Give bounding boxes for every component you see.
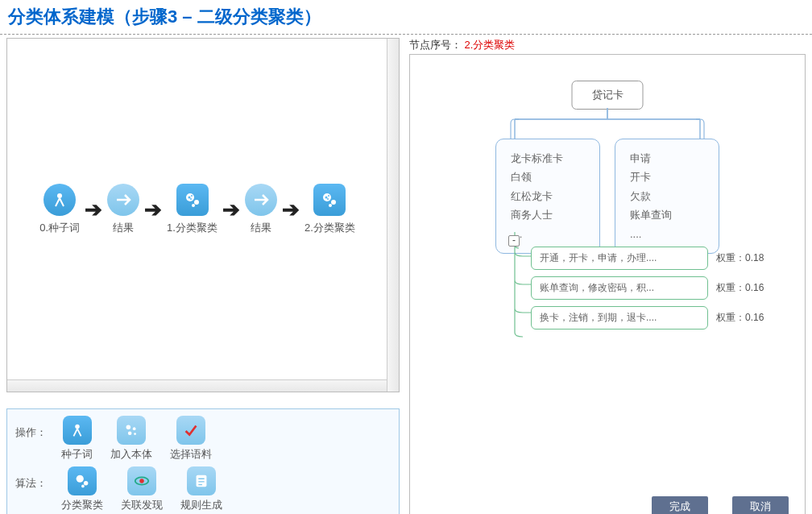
arrow-icon: ➔ <box>85 197 102 222</box>
page-title: 分类体系建模（步骤3 – 二级分类聚类） <box>0 0 812 35</box>
flow-label: 结果 <box>251 221 271 235</box>
svg-point-8 <box>331 200 336 205</box>
flow-step-result-1[interactable]: 结果 <box>107 184 139 235</box>
svg-point-3 <box>192 204 195 207</box>
flow-step-cluster-2[interactable]: 2.分类聚类 <box>304 184 355 235</box>
svg-point-0 <box>57 193 62 198</box>
svg-point-5 <box>191 195 193 197</box>
flow-canvas: 0.种子词 ➔ 结果 ➔ 1.分类聚类 ➔ <box>6 38 400 392</box>
flow-step-result-2[interactable]: 结果 <box>245 184 277 235</box>
action-panel: 操作： 种子词 加入本体 选择语料 算 <box>6 408 400 514</box>
cluster-box[interactable]: 开通，开卡，申请，办理.... <box>531 247 708 270</box>
alg-rules[interactable]: 规则生成 <box>180 466 222 512</box>
result-icon <box>107 184 139 216</box>
svg-point-18 <box>77 475 84 483</box>
check-icon <box>176 416 205 445</box>
svg-point-6 <box>190 198 192 200</box>
svg-point-16 <box>128 431 132 435</box>
seed-icon <box>44 184 76 216</box>
tree-canvas: 贷记卡 龙卡标准卡 白领 红松龙卡 商务人士 .... 申请 开卡 欠款 <box>409 54 806 514</box>
cluster-item: 开通，开卡，申请，办理.... 权重：0.18 <box>531 247 789 270</box>
svg-point-13 <box>75 425 80 429</box>
alg-cluster[interactable]: 分类聚类 <box>61 466 103 512</box>
svg-point-12 <box>327 198 329 200</box>
done-button[interactable]: 完成 <box>652 496 708 514</box>
result-icon <box>245 184 277 216</box>
op-select-corpus[interactable]: 选择语料 <box>170 416 212 462</box>
cluster-icon <box>176 184 209 216</box>
flow-label: 结果 <box>113 221 134 235</box>
action-label: 加入本体 <box>110 447 152 462</box>
alg-association[interactable]: 关联发现 <box>121 466 163 512</box>
svg-point-10 <box>325 197 328 199</box>
rules-icon <box>187 466 216 495</box>
arrow-icon: ➔ <box>282 197 300 222</box>
cluster-item: 换卡，注销，到期，退卡.... 权重：0.16 <box>531 306 789 330</box>
arrow-icon: ➔ <box>144 197 162 222</box>
svg-point-17 <box>134 433 136 435</box>
svg-point-4 <box>188 197 190 199</box>
action-label: 选择语料 <box>170 447 212 462</box>
cluster-box[interactable]: 账单查询，修改密码，积... <box>531 276 708 300</box>
eye-icon <box>127 466 156 495</box>
svg-point-19 <box>84 481 89 486</box>
svg-point-11 <box>328 195 329 197</box>
node-sequence-label: 节点序号： 2.分类聚类 <box>409 38 806 52</box>
op-seed[interactable]: 种子词 <box>61 416 93 462</box>
cluster-icon <box>68 466 97 495</box>
cluster-box[interactable]: 换卡，注销，到期，退卡.... <box>531 306 708 330</box>
svg-point-15 <box>133 427 136 430</box>
cancel-button[interactable]: 取消 <box>732 496 789 514</box>
tree-root-node[interactable]: 贷记卡 <box>572 81 644 110</box>
flow-label: 1.分类聚类 <box>167 221 218 235</box>
svg-point-9 <box>329 204 332 207</box>
svg-point-2 <box>194 200 199 205</box>
weight-label: 权重：0.16 <box>716 281 764 295</box>
sub-category-right[interactable]: 申请 开卡 欠款 账单查询 .... <box>615 139 719 254</box>
action-label: 规则生成 <box>180 498 222 512</box>
cluster-item: 账单查询，修改密码，积... 权重：0.16 <box>531 276 789 300</box>
flow-label: 2.分类聚类 <box>304 221 355 235</box>
seed-icon <box>63 416 92 445</box>
flow-step-seed[interactable]: 0.种子词 <box>39 184 80 235</box>
ops-label: 操作： <box>15 416 47 440</box>
arrow-icon: ➔ <box>222 197 240 222</box>
weight-label: 权重：0.16 <box>716 311 764 325</box>
flow-label: 0.种子词 <box>39 221 80 235</box>
algs-label: 算法： <box>15 466 47 491</box>
op-add-ontology[interactable]: 加入本体 <box>110 416 152 462</box>
weight-label: 权重：0.18 <box>716 251 764 265</box>
action-label: 分类聚类 <box>61 498 103 512</box>
svg-point-22 <box>139 479 144 483</box>
svg-point-14 <box>126 425 131 430</box>
collapse-button[interactable]: - <box>508 235 520 247</box>
action-label: 关联发现 <box>121 498 163 512</box>
svg-point-20 <box>81 485 85 488</box>
cluster-icon <box>313 184 346 216</box>
flow-step-cluster-1[interactable]: 1.分类聚类 <box>167 184 218 235</box>
ontology-icon <box>117 416 146 445</box>
action-label: 种子词 <box>61 447 93 462</box>
